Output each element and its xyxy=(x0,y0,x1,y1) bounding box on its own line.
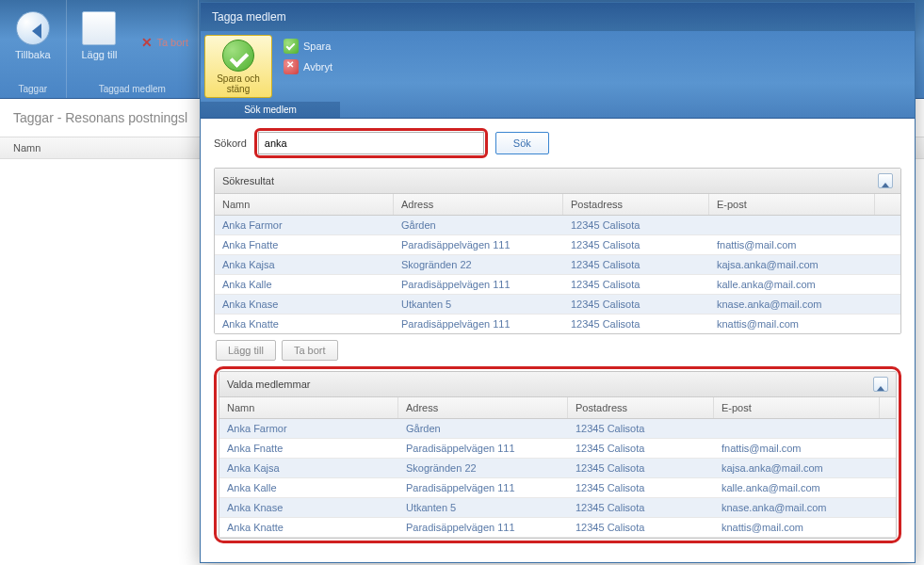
table-row[interactable]: Anka FarmorGården12345 Calisota xyxy=(215,216,900,235)
selected-panel-title: Valda medlemmar xyxy=(227,379,310,390)
table-row[interactable]: Anka KnaseUtkanten 512345 Calisotaknase.… xyxy=(215,295,900,315)
table-row[interactable]: Anka KnatteParadisäppelvägen 11112345 Ca… xyxy=(215,315,900,333)
cancel-button[interactable]: Avbryt xyxy=(280,57,336,76)
cell-postal: 12345 Calisota xyxy=(568,518,714,537)
save-and-close-button[interactable]: Spara och stäng xyxy=(204,35,272,98)
table-row[interactable]: Anka KalleParadisäppelvägen 11112345 Cal… xyxy=(219,478,896,498)
table-row[interactable]: Anka FnatteParadisäppelvägen 11112345 Ca… xyxy=(219,439,896,459)
cell-name: Anka Knatte xyxy=(215,315,394,333)
col-postal[interactable]: Postadress xyxy=(568,397,714,418)
cell-addr: Gården xyxy=(394,216,563,234)
col-email[interactable]: E-post xyxy=(709,194,875,215)
ribbon-group-sok-medlem: Sök medlem xyxy=(201,102,340,118)
cell-postal: 12345 Calisota xyxy=(568,439,714,458)
table-row[interactable]: Anka KajsaSkogränden 2212345 Calisotakaj… xyxy=(219,459,896,478)
col-address[interactable]: Adress xyxy=(398,397,568,418)
tag-member-dialog: Tagga medlem Spara och stäng Spara Avbry… xyxy=(200,2,916,563)
cell-postal: 12345 Calisota xyxy=(563,275,709,294)
dialog-title: Tagga medlem xyxy=(201,3,915,31)
search-input[interactable] xyxy=(258,132,484,154)
cell-addr: Skogränden 22 xyxy=(394,255,563,274)
results-grid-body[interactable]: Anka FarmorGården12345 CalisotaAnka Fnat… xyxy=(215,216,900,333)
cell-addr: Utkanten 5 xyxy=(398,498,568,517)
cell-email: kajsa.anka@mail.com xyxy=(709,255,875,274)
cell-postal: 12345 Calisota xyxy=(568,498,714,517)
cell-addr: Utkanten 5 xyxy=(394,295,563,314)
results-header-row: Namn Adress Postadress E-post xyxy=(215,194,900,216)
cell-name: Anka Farmor xyxy=(215,216,394,234)
cell-name: Anka Knatte xyxy=(219,518,398,537)
document-icon xyxy=(82,11,116,45)
cell-name: Anka Kalle xyxy=(219,478,398,497)
cell-postal: 12345 Calisota xyxy=(563,216,709,234)
col-name[interactable]: Namn xyxy=(215,194,394,215)
cell-email xyxy=(714,419,880,438)
cell-name: Anka Kajsa xyxy=(219,459,398,477)
cell-postal: 12345 Calisota xyxy=(563,255,709,274)
remove-button[interactable]: ✕ Ta bort xyxy=(132,0,198,84)
dialog-ribbon: Spara och stäng Spara Avbryt Sök medlem xyxy=(201,31,915,119)
table-row[interactable]: Anka KnatteParadisäppelvägen 11112345 Ca… xyxy=(219,518,896,538)
cell-addr: Paradisäppelvägen 111 xyxy=(394,315,563,333)
cell-email: fnattis@mail.com xyxy=(714,439,880,458)
remove-label: Ta bort xyxy=(156,37,188,48)
selected-panel: Valda medlemmar Namn Adress Postadress E… xyxy=(219,371,897,539)
cell-name: Anka Kalle xyxy=(215,275,394,294)
table-row[interactable]: Anka FarmorGården12345 Calisota xyxy=(219,419,896,439)
col-name[interactable]: Namn xyxy=(219,397,398,418)
cell-addr: Paradisäppelvägen 111 xyxy=(398,478,568,497)
cell-name: Anka Farmor xyxy=(219,419,398,438)
cell-name: Anka Fnatte xyxy=(219,439,398,458)
table-row[interactable]: Anka FnatteParadisäppelvägen 11112345 Ca… xyxy=(215,235,900,255)
cell-addr: Skogränden 22 xyxy=(398,459,568,477)
ribbon-group-taggar: Taggar xyxy=(0,84,66,98)
checkmark-small-icon xyxy=(284,39,299,54)
cell-postal: 12345 Calisota xyxy=(563,235,709,254)
cell-email: knattis@mail.com xyxy=(714,518,880,537)
table-row[interactable]: Anka KalleParadisäppelvägen 11112345 Cal… xyxy=(215,275,900,295)
cell-postal: 12345 Calisota xyxy=(563,295,709,314)
results-panel: Sökresultat Namn Adress Postadress E-pos… xyxy=(214,168,901,334)
cell-email xyxy=(709,216,875,234)
remove-selected-button[interactable]: Ta bort xyxy=(282,340,338,361)
cell-email: knase.anka@mail.com xyxy=(714,498,880,517)
save-button[interactable]: Spara xyxy=(280,37,336,56)
back-button[interactable]: Tillbaka xyxy=(0,0,66,84)
back-label: Tillbaka xyxy=(15,49,51,60)
cell-addr: Paradisäppelvägen 111 xyxy=(394,275,563,294)
cell-postal: 12345 Calisota xyxy=(568,419,714,438)
collapse-results-button[interactable] xyxy=(878,173,893,188)
add-selected-button[interactable]: Lägg till xyxy=(216,340,276,361)
cancel-label: Avbryt xyxy=(303,61,332,73)
cell-email: kajsa.anka@mail.com xyxy=(714,459,880,477)
cell-addr: Paradisäppelvägen 111 xyxy=(398,518,568,537)
selected-header-row: Namn Adress Postadress E-post xyxy=(219,397,896,419)
col-address[interactable]: Adress xyxy=(394,194,563,215)
cell-name: Anka Fnatte xyxy=(215,235,394,254)
table-row[interactable]: Anka KajsaSkogränden 2212345 Calisotakaj… xyxy=(215,255,900,275)
ribbon-group-taggad-medlem: Taggad medlem xyxy=(67,84,199,98)
add-button[interactable]: Lägg till xyxy=(67,0,133,84)
selected-grid-body[interactable]: Anka FarmorGården12345 CalisotaAnka Fnat… xyxy=(219,419,896,538)
col-email[interactable]: E-post xyxy=(714,397,880,418)
cell-email: kalle.anka@mail.com xyxy=(714,478,880,497)
cell-addr: Paradisäppelvägen 111 xyxy=(394,235,563,254)
collapse-selected-button[interactable] xyxy=(873,377,888,392)
results-panel-title: Sökresultat xyxy=(222,175,274,186)
back-arrow-icon xyxy=(16,11,50,45)
cell-email: knase.anka@mail.com xyxy=(709,295,875,314)
cell-addr: Paradisäppelvägen 111 xyxy=(398,439,568,458)
cell-postal: 12345 Calisota xyxy=(563,315,709,333)
selected-highlight-annotation: Valda medlemmar Namn Adress Postadress E… xyxy=(214,366,901,543)
cancel-x-icon xyxy=(284,59,299,74)
search-highlight-annotation xyxy=(254,128,488,158)
x-icon: ✕ xyxy=(141,35,153,50)
cell-postal: 12345 Calisota xyxy=(568,459,714,477)
col-postal[interactable]: Postadress xyxy=(563,194,709,215)
cell-name: Anka Kajsa xyxy=(215,255,394,274)
search-button[interactable]: Sök xyxy=(495,132,549,154)
cell-email: knattis@mail.com xyxy=(709,315,875,333)
add-label: Lägg till xyxy=(82,49,118,60)
cell-name: Anka Knase xyxy=(219,498,398,517)
table-row[interactable]: Anka KnaseUtkanten 512345 Calisotaknase.… xyxy=(219,498,896,518)
